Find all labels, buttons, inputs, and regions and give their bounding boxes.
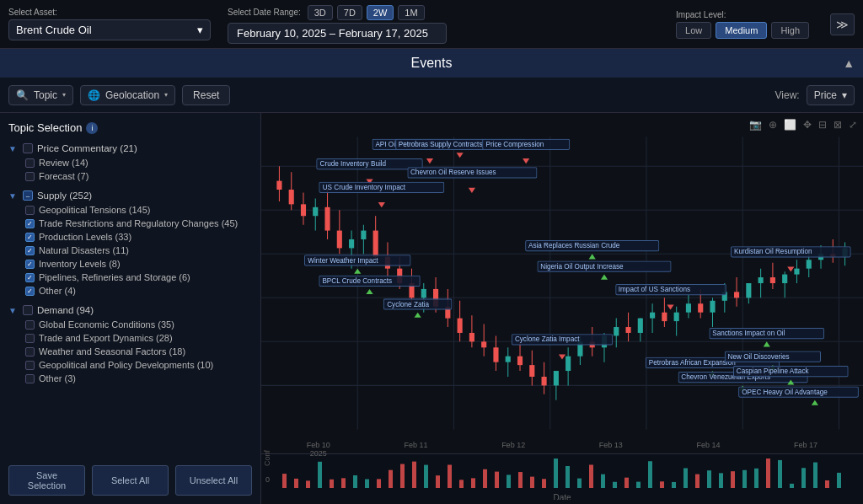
- fullscreen-icon[interactable]: ⤢: [847, 117, 859, 132]
- svg-marker-121: [787, 266, 794, 271]
- topic-subitem-1-2[interactable]: ✓Production Levels (33): [8, 230, 252, 244]
- topic-group-header-1[interactable]: ▼–Supply (252): [8, 188, 252, 203]
- date-btn-7d[interactable]: 7D: [337, 5, 362, 20]
- asset-label: Select Asset:: [8, 8, 211, 17]
- subitem-checkbox-1-2[interactable]: ✓: [25, 233, 35, 242]
- pan-icon[interactable]: ✥: [801, 117, 813, 132]
- topic-groups: ▼Price Commentary (21)Review (14)Forecas…: [8, 141, 252, 390]
- zoom-in-icon[interactable]: ⊕: [767, 117, 779, 132]
- subitem-label-0-1: Forecast (7): [39, 171, 88, 181]
- subitem-checkbox-1-4[interactable]: ✓: [25, 260, 35, 269]
- svg-rect-97: [782, 275, 787, 283]
- topic-subitem-1-5[interactable]: ✓Pipelines, Refineries and Storage (6): [8, 271, 252, 284]
- svg-rect-69: [614, 327, 619, 335]
- info-icon[interactable]: i: [86, 122, 98, 134]
- svg-rect-137: [389, 470, 393, 488]
- sidebar-title: Topic Selection i: [8, 121, 252, 134]
- svg-rect-83: [698, 303, 703, 312]
- topic-group-header-0[interactable]: ▼Price Commentary (21): [8, 141, 252, 156]
- svg-rect-157: [624, 478, 629, 488]
- sidebar-toggle-button[interactable]: ≫: [830, 13, 855, 35]
- impact-btn-high[interactable]: High: [771, 22, 809, 39]
- events-collapse-button[interactable]: ▲: [843, 56, 855, 70]
- date-range-label: Select Date Range:: [228, 8, 301, 17]
- group-label-2: Demand (94): [37, 305, 94, 315]
- svg-rect-146: [495, 472, 499, 488]
- reset-button[interactable]: Reset: [182, 85, 230, 105]
- unselect-all-button[interactable]: Unselect All: [175, 465, 252, 496]
- asset-select[interactable]: Brent Crude Oil ▾: [8, 19, 211, 40]
- subitem-label-1-4: Inventory Levels (8): [39, 259, 121, 269]
- date-btn-3d[interactable]: 3D: [308, 5, 333, 20]
- subitem-checkbox-1-6[interactable]: ✓: [25, 287, 35, 296]
- topic-subitem-2-1[interactable]: Trade and Export Dynamics (28): [8, 331, 252, 345]
- topic-group-header-2[interactable]: ▼Demand (94): [8, 303, 252, 318]
- svg-rect-47: [481, 341, 486, 347]
- topic-subitem-1-0[interactable]: Geopolitical Tensions (145): [8, 203, 252, 217]
- svg-rect-161: [672, 482, 676, 488]
- svg-rect-27: [361, 231, 366, 239]
- subitem-checkbox-1-3[interactable]: ✓: [25, 246, 35, 255]
- impact-label: Impact Level:: [676, 10, 809, 19]
- zoom-out-icon[interactable]: ⊟: [817, 117, 828, 132]
- subitem-checkbox-1-1[interactable]: ✓: [25, 219, 35, 228]
- subitem-checkbox-2-1[interactable]: [25, 334, 35, 343]
- svg-rect-151: [554, 458, 558, 488]
- topic-subitem-1-4[interactable]: ✓Inventory Levels (8): [8, 257, 252, 271]
- topic-subitem-2-2[interactable]: Weather and Seasonal Factors (18): [8, 345, 252, 358]
- topic-subitem-2-4[interactable]: Other (3): [8, 372, 252, 385]
- svg-rect-15: [289, 190, 294, 204]
- volume-chart: [261, 454, 863, 488]
- svg-marker-119: [559, 354, 566, 359]
- topic-subitem-2-3[interactable]: Geopolitical and Policy Developments (10…: [8, 358, 252, 372]
- subitem-checkbox-0-0[interactable]: [25, 158, 35, 168]
- select-all-button[interactable]: Select All: [92, 465, 169, 496]
- search-icon: 🔍: [16, 89, 29, 101]
- rect-select-icon[interactable]: ⬜: [782, 117, 798, 132]
- subitem-checkbox-2-0[interactable]: [25, 320, 35, 330]
- save-selection-button[interactable]: Save Selection: [8, 465, 85, 496]
- subitem-checkbox-2-3[interactable]: [25, 361, 35, 370]
- subitem-checkbox-2-4[interactable]: [25, 374, 35, 383]
- svg-rect-170: [778, 460, 782, 488]
- subitem-checkbox-0-1[interactable]: [25, 172, 35, 181]
- subitem-checkbox-1-0[interactable]: [25, 206, 35, 215]
- topic-subitem-1-6[interactable]: ✓Other (4): [8, 284, 252, 298]
- group-checkbox-0[interactable]: [23, 143, 33, 153]
- svg-rect-168: [754, 469, 758, 488]
- topic-subitem-2-0[interactable]: Global Economic Conditions (35): [8, 318, 252, 331]
- svg-rect-162: [683, 468, 688, 488]
- camera-icon[interactable]: 📷: [748, 117, 764, 132]
- svg-rect-150: [542, 479, 546, 488]
- topic-subitem-0-1[interactable]: Forecast (7): [8, 169, 252, 183]
- reset-axes-icon[interactable]: ⊠: [832, 117, 844, 132]
- topic-subitem-1-1[interactable]: ✓Trade Restrictions and Regulatory Chang…: [8, 217, 252, 230]
- topic-subitem-1-3[interactable]: ✓Natural Disasters (11): [8, 244, 252, 257]
- geo-filter-dropdown[interactable]: 🌐 Geolocation ▾: [80, 85, 175, 105]
- svg-rect-148: [518, 472, 523, 488]
- svg-rect-75: [650, 313, 655, 319]
- date-btn-1m[interactable]: 1M: [398, 5, 424, 20]
- impact-btn-low[interactable]: Low: [676, 22, 711, 39]
- svg-rect-145: [483, 469, 487, 488]
- subitem-checkbox-2-2[interactable]: [25, 347, 35, 357]
- svg-marker-127: [812, 400, 818, 405]
- impact-btn-medium[interactable]: Medium: [716, 22, 767, 39]
- topic-filter-dropdown[interactable]: 🔍 Topic ▾: [8, 85, 73, 105]
- topic-subitem-0-0[interactable]: Review (14): [8, 156, 252, 169]
- group-checkbox-2[interactable]: [23, 305, 33, 315]
- svg-rect-95: [770, 277, 775, 283]
- date-btn-2w[interactable]: 2W: [367, 5, 394, 20]
- x-date-label-4: Feb 14: [696, 441, 720, 458]
- x-date-label-3: Feb 13: [599, 441, 623, 458]
- group-checkbox-1[interactable]: –: [23, 190, 33, 201]
- subitem-label-2-3: Geopolitical and Policy Developments (10…: [39, 360, 213, 370]
- svg-rect-45: [469, 333, 474, 341]
- svg-rect-160: [660, 481, 664, 488]
- svg-rect-154: [589, 464, 593, 488]
- svg-marker-115: [366, 289, 373, 294]
- view-select[interactable]: Price ▾: [807, 85, 855, 105]
- subitem-checkbox-1-5[interactable]: ✓: [25, 273, 35, 282]
- svg-rect-61: [566, 357, 571, 371]
- subitem-label-2-0: Global Economic Conditions (35): [39, 319, 174, 330]
